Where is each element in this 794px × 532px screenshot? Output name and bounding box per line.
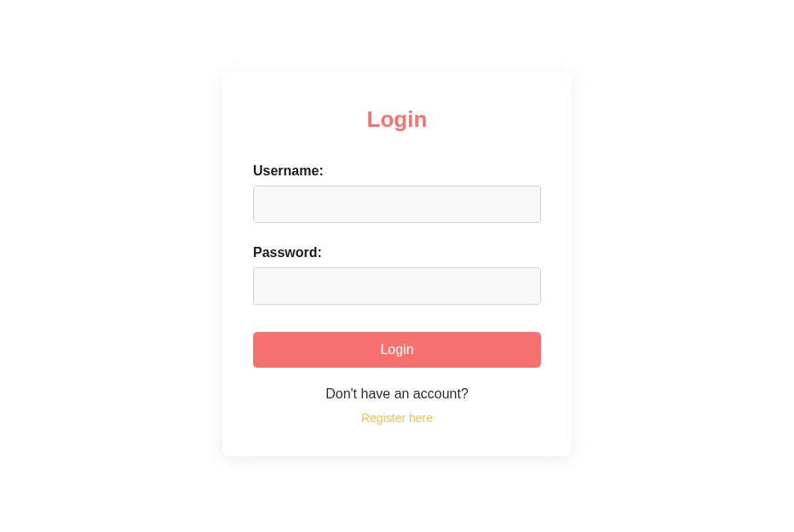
password-input[interactable] [253, 267, 541, 305]
username-label: Username: [253, 163, 541, 179]
username-input[interactable] [253, 186, 541, 223]
username-group: Username: [253, 163, 541, 223]
register-link[interactable]: Register here [361, 411, 433, 425]
login-card: Login Username: Password: Login Don't ha… [222, 72, 572, 456]
password-label: Password: [253, 245, 541, 260]
login-title: Login [253, 106, 541, 133]
password-group: Password: [253, 245, 541, 305]
register-prompt: Don't have an account? [253, 386, 541, 402]
login-button[interactable]: Login [253, 332, 541, 368]
